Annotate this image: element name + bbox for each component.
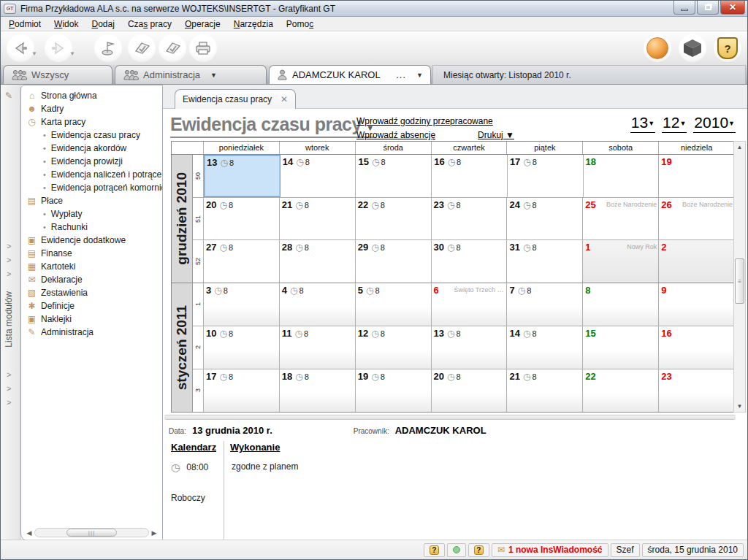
scroll-down-icon[interactable]: ▼ bbox=[734, 401, 745, 412]
calendar-day-10[interactable]: 10◷8 bbox=[204, 326, 280, 369]
calendar-day-7[interactable]: 7◷8 bbox=[507, 283, 583, 326]
more-dots[interactable]: ... bbox=[396, 69, 406, 80]
month-select[interactable]: 12▼ bbox=[662, 114, 687, 133]
tab-wykonanie[interactable]: Wykonanie bbox=[230, 442, 280, 453]
calendar-day-21[interactable]: 21◷8 bbox=[280, 198, 356, 240]
status-segment-icon[interactable] bbox=[447, 543, 466, 557]
menu-operacje[interactable]: Operacje bbox=[178, 18, 227, 31]
flag-button[interactable] bbox=[94, 34, 122, 62]
calendar-day-8[interactable]: 8 bbox=[583, 283, 659, 326]
sidebar-item-ewidencja-prowizji[interactable]: •Ewidencja prowizji bbox=[21, 155, 162, 168]
sidebar-item-ewidencja-naliczeń-i-potrąceń[interactable]: •Ewidencja naliczeń i potrąceń bbox=[21, 168, 162, 181]
print-button[interactable] bbox=[189, 34, 217, 62]
year-select[interactable]: 2010▼ bbox=[693, 114, 736, 133]
calendar-scrollbar[interactable]: ▲ ≡ ▼ bbox=[733, 141, 746, 413]
forward-dropdown-caret[interactable]: ▼ bbox=[69, 50, 75, 57]
calendar-day-17[interactable]: 17◷8 bbox=[204, 369, 280, 412]
calendar-day-15[interactable]: 15 bbox=[583, 326, 659, 369]
calendar-day-17[interactable]: 17◷8 bbox=[508, 155, 584, 197]
calendar-day-3[interactable]: 3◷8 bbox=[204, 283, 280, 326]
calendar-day-22[interactable]: 22◷8 bbox=[356, 198, 432, 240]
calendar-day-24[interactable]: 24◷8 bbox=[507, 198, 583, 240]
calendar-day-23[interactable]: 23 bbox=[659, 369, 734, 412]
calendar-day-18[interactable]: 18◷8 bbox=[280, 369, 356, 412]
minimize-button[interactable] bbox=[673, 1, 695, 15]
sidebar-item-karta-pracy[interactable]: ◷Karta pracy bbox=[21, 115, 162, 129]
sidebar-item-wypłaty[interactable]: •Wypłaty bbox=[21, 207, 162, 220]
calendar-day-28[interactable]: 28◷8 bbox=[280, 240, 356, 283]
sidebar-item-ewidencja-akordów[interactable]: •Ewidencja akordów bbox=[21, 142, 162, 155]
scroll-up-icon[interactable]: ▲ bbox=[734, 142, 745, 153]
calendar-day-20[interactable]: 20◷8 bbox=[432, 369, 508, 412]
help-button[interactable]: ? bbox=[714, 34, 741, 62]
scroll-thumb[interactable]: ≡ bbox=[735, 258, 744, 304]
scroll-right-icon[interactable]: ▶ bbox=[149, 529, 159, 537]
calendar-day-11[interactable]: 11◷8 bbox=[280, 326, 356, 369]
sidebar-item-kadry[interactable]: ☻Kadry bbox=[21, 102, 162, 115]
splitter[interactable] bbox=[164, 415, 736, 420]
menu-narzędzia[interactable]: Narzędzia bbox=[227, 18, 280, 31]
tab-kalendarz[interactable]: Kalendarz bbox=[169, 442, 221, 453]
pin-icon[interactable]: ✎ bbox=[5, 91, 12, 101]
calendar-day-19[interactable]: 19◷8 bbox=[356, 369, 432, 412]
status-segment-icon[interactable]: ? bbox=[424, 543, 445, 557]
module-strip-label[interactable]: Lista modułów bbox=[4, 291, 14, 348]
calendar-day-14[interactable]: 14◷8 bbox=[280, 155, 356, 197]
calendar-day-13[interactable]: 13◷8 bbox=[432, 326, 508, 369]
calendar-day-6[interactable]: 6Święto Trzech Króli bbox=[432, 283, 508, 326]
status-segment-szef[interactable]: Szef bbox=[611, 543, 640, 557]
calendar-day-31[interactable]: 31◷8 bbox=[507, 240, 583, 283]
calendar-day-20[interactable]: 20◷8 bbox=[204, 198, 280, 240]
enter-hours-button[interactable] bbox=[128, 34, 156, 62]
insert-online-button[interactable] bbox=[644, 34, 671, 62]
status-segment-1-nowa-inswiadomość[interactable]: ✉1 nowa InsWiadomość bbox=[492, 543, 608, 557]
sidebar-item-strona-główna[interactable]: ⌂Strona główna bbox=[21, 89, 162, 102]
menu-czas-pracy[interactable]: Czas pracy bbox=[121, 18, 178, 31]
calendar-day-30[interactable]: 30◷8 bbox=[432, 240, 508, 283]
calendar-day-29[interactable]: 29◷8 bbox=[356, 240, 432, 283]
calendar-day-16[interactable]: 16◷8 bbox=[432, 155, 508, 197]
menu-podmiot[interactable]: Podmiot bbox=[2, 18, 47, 31]
tab-close-icon[interactable]: ✕ bbox=[280, 94, 288, 104]
calendar-day-19[interactable]: 19 bbox=[659, 155, 734, 197]
link-enter-hours[interactable]: Wprowadź godziny przepracowane bbox=[356, 116, 546, 126]
link-enter-absence[interactable]: Wprowadź absencję bbox=[356, 130, 435, 140]
employee-tab-administracja[interactable]: Administracja▼ bbox=[115, 65, 267, 84]
sidebar-item-płace[interactable]: ▤Płace bbox=[21, 194, 162, 207]
sidebar-item-zestawienia[interactable]: ▧Zestawienia bbox=[21, 286, 162, 299]
calendar-day-18[interactable]: 18 bbox=[584, 155, 660, 197]
calendar-day-27[interactable]: 27◷8 bbox=[204, 240, 280, 283]
sidebar-horizontal-scrollbar[interactable]: ◀ ||| ▶ bbox=[24, 527, 159, 538]
module-chevrons[interactable]: >>> bbox=[7, 239, 11, 281]
sidebar-item-naklejki[interactable]: ▣Naklejki bbox=[21, 312, 162, 326]
calendar-day-2[interactable]: 2 bbox=[659, 240, 734, 283]
tab-dropdown-caret[interactable]: ▼ bbox=[416, 72, 423, 79]
calendar-day-16[interactable]: 16 bbox=[659, 326, 734, 369]
back-dropdown-caret[interactable]: ▼ bbox=[31, 50, 37, 57]
calendar-day-21[interactable]: 21◷8 bbox=[507, 369, 583, 412]
close-button[interactable]: ✕ bbox=[720, 1, 745, 15]
calendar-day-4[interactable]: 4◷8 bbox=[280, 283, 356, 326]
calendar-day-9[interactable]: 9 bbox=[659, 283, 734, 326]
sidebar-item-ewidencje-dodatkowe[interactable]: ▣Ewidencje dodatkowe bbox=[21, 234, 162, 247]
calendar-day-25[interactable]: 25Boże Narodzenie bbox=[583, 198, 659, 240]
menu-pomoc[interactable]: Pomoc bbox=[280, 18, 320, 31]
menu-dodaj[interactable]: Dodaj bbox=[85, 18, 121, 31]
calendar-day-14[interactable]: 14◷8 bbox=[507, 326, 583, 369]
menu-widok[interactable]: Widok bbox=[47, 18, 85, 31]
calendar-day-23[interactable]: 23◷8 bbox=[432, 198, 508, 240]
sidebar-item-administracja[interactable]: ✎Administracja bbox=[21, 326, 162, 339]
tab-dropdown-caret[interactable]: ▼ bbox=[210, 72, 217, 79]
employee-tab-adamczuk-karol[interactable]: ADAMCZUK KAROL...▼ bbox=[269, 65, 431, 84]
module-chevrons[interactable]: >>> bbox=[7, 368, 11, 410]
modules-button[interactable] bbox=[679, 34, 706, 62]
sidebar-item-deklaracje[interactable]: ✉Deklaracje bbox=[21, 273, 162, 286]
forward-button[interactable] bbox=[45, 34, 72, 62]
employee-tab-wszyscy[interactable]: Wszyscy bbox=[3, 65, 112, 84]
enter-absence-button[interactable] bbox=[159, 34, 186, 62]
calendar-day-15[interactable]: 15◷8 bbox=[356, 155, 432, 197]
back-button[interactable] bbox=[7, 34, 34, 62]
document-tab[interactable]: Ewidencja czasu pracy ✕ bbox=[175, 89, 296, 109]
sidebar-item-kartoteki[interactable]: ▦Kartoteki bbox=[21, 260, 162, 273]
page-title[interactable]: Ewidencja czasu pracy ▼ bbox=[170, 114, 374, 138]
